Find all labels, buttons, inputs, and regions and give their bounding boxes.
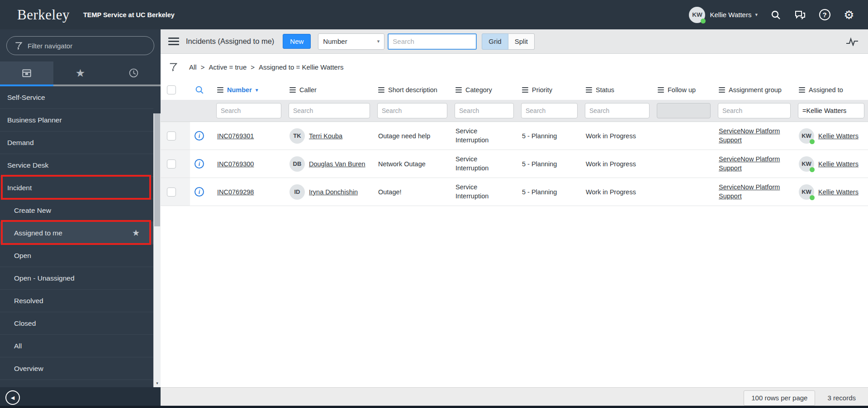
sidebar-item-overview[interactable]: Overview: [0, 357, 153, 380]
column-header-caller[interactable]: Caller: [285, 80, 374, 100]
breadcrumb-active-true[interactable]: Active = true: [209, 63, 247, 71]
assignment-group-link[interactable]: ServiceNow Platform Support: [719, 127, 787, 145]
incident-number-link[interactable]: INC0769298: [217, 188, 254, 196]
sidebar-item-open[interactable]: Open: [0, 244, 153, 267]
sidebar-item-assigned-to-me[interactable]: Assigned to me ★: [0, 222, 153, 244]
column-menu-icon[interactable]: [799, 87, 805, 93]
caller-link[interactable]: Douglas Van Buren: [309, 160, 365, 168]
record-count: 3 records: [827, 394, 856, 402]
incident-list-table: Number ▼ Caller Short description Catego…: [161, 80, 868, 206]
row-checkbox[interactable]: [167, 131, 176, 141]
filter-input-short-description[interactable]: [377, 103, 447, 118]
column-header-assignment-group[interactable]: Assignment group: [714, 80, 794, 100]
connect-chat-icon[interactable]: [794, 9, 806, 21]
application-navigator: ★ Self-Service Business Planner Demand S…: [0, 29, 161, 408]
assigned-to-link[interactable]: Kellie Watters: [818, 160, 859, 168]
filter-input-priority[interactable]: [521, 103, 578, 118]
column-menu-icon[interactable]: [719, 87, 725, 93]
record-preview-icon[interactable]: i: [194, 159, 204, 169]
caller-avatar: DB: [289, 156, 305, 172]
breadcrumb-all[interactable]: All: [189, 63, 197, 71]
gear-icon[interactable]: ⚙: [843, 9, 855, 21]
select-all-checkbox[interactable]: [167, 85, 176, 94]
column-menu-icon[interactable]: [522, 87, 528, 93]
sidebar-item-closed[interactable]: Closed: [0, 312, 153, 335]
list-footer: 100 rows per page 3 records: [161, 387, 868, 408]
assigned-to-link[interactable]: Kellie Watters: [818, 188, 859, 196]
favorite-star-icon[interactable]: ★: [132, 228, 140, 238]
column-menu-icon[interactable]: [289, 87, 296, 93]
caller-link[interactable]: Iryna Donchishin: [309, 188, 358, 196]
column-menu-icon[interactable]: [658, 87, 664, 93]
sidebar-item-self-service[interactable]: Self-Service: [0, 86, 153, 109]
column-filter-row: [161, 100, 868, 122]
sidebar-item-demand[interactable]: Demand: [0, 131, 153, 154]
sidebar-item-incident[interactable]: Incident: [0, 177, 153, 199]
column-header-status[interactable]: Status: [581, 80, 653, 100]
collapse-sidebar-icon[interactable]: ◀: [5, 390, 20, 405]
column-header-category[interactable]: Category: [451, 80, 517, 100]
assigned-to-link[interactable]: Kellie Watters: [818, 132, 859, 140]
row-checkbox[interactable]: [167, 159, 176, 169]
sidebar-item-create-new[interactable]: Create New: [0, 199, 153, 222]
filter-input-caller[interactable]: [289, 103, 370, 118]
funnel-icon: [14, 41, 23, 50]
priority-text: 5 - Planning: [522, 188, 557, 196]
activity-pulse-icon[interactable]: [845, 37, 859, 46]
sidebar-item-open-unassigned[interactable]: Open - Unassigned: [0, 267, 153, 290]
filter-navigator-field[interactable]: [6, 36, 154, 55]
list-context-menu-icon[interactable]: [168, 38, 179, 45]
column-header-short-description[interactable]: Short description: [374, 80, 451, 100]
list-search-input[interactable]: [388, 33, 477, 50]
split-view-button[interactable]: Split: [508, 33, 535, 50]
breadcrumb-assigned-to[interactable]: Assigned to = Kellie Watters: [259, 63, 343, 71]
column-menu-icon[interactable]: [455, 87, 462, 93]
new-button[interactable]: New: [283, 34, 311, 49]
sidebar-item-all[interactable]: All: [0, 335, 153, 357]
scroll-down-arrow[interactable]: ▾: [154, 379, 161, 387]
tab-history[interactable]: [107, 61, 161, 86]
sidebar-scrollbar[interactable]: ▾: [153, 113, 161, 387]
filter-input-assigned-to[interactable]: [798, 103, 864, 118]
filter-input-status[interactable]: [585, 103, 650, 118]
row-checkbox[interactable]: [167, 188, 176, 197]
column-menu-icon[interactable]: [378, 87, 384, 93]
tab-all-applications[interactable]: [0, 61, 53, 86]
filter-input-follow-up: [657, 103, 711, 118]
grid-view-button[interactable]: Grid: [482, 33, 508, 50]
category-text: Service Interruption: [455, 127, 509, 145]
short-description-text: Outage need help: [378, 132, 430, 140]
filter-input-number[interactable]: [216, 103, 281, 118]
record-preview-icon[interactable]: i: [194, 131, 204, 141]
top-header: Berkeley TEMP Service at UC Berkeley KW …: [0, 0, 868, 29]
column-search-icon[interactable]: [194, 85, 204, 95]
filter-funnel-icon[interactable]: [168, 62, 178, 72]
incident-number-link[interactable]: INC0769301: [217, 132, 254, 140]
clock-icon: [128, 67, 139, 79]
assignment-group-link[interactable]: ServiceNow Platform Support: [719, 155, 787, 173]
column-header-priority[interactable]: Priority: [517, 80, 581, 100]
filter-navigator-input[interactable]: [28, 42, 147, 50]
column-header-follow-up[interactable]: Follow up: [653, 80, 714, 100]
column-header-number[interactable]: Number ▼: [213, 80, 285, 100]
filter-input-assignment-group[interactable]: [718, 103, 791, 118]
sidebar-scrollbar-thumb[interactable]: [154, 113, 160, 226]
user-menu[interactable]: KW Kellie Watters ▾: [689, 7, 758, 23]
column-header-assigned-to[interactable]: Assigned to: [794, 80, 868, 100]
assignment-group-link[interactable]: ServiceNow Platform Support: [719, 183, 787, 201]
sidebar-item-business-planner[interactable]: Business Planner: [0, 109, 153, 131]
filter-input-category[interactable]: [455, 103, 514, 118]
search-field-select[interactable]: Number ▾: [318, 33, 384, 50]
column-menu-icon[interactable]: [586, 87, 592, 93]
column-menu-icon[interactable]: [217, 87, 223, 93]
record-preview-icon[interactable]: i: [194, 187, 204, 197]
rows-per-page-button[interactable]: 100 rows per page: [744, 390, 815, 406]
sidebar-item-service-desk[interactable]: Service Desk: [0, 154, 153, 177]
sidebar-item-resolved[interactable]: Resolved: [0, 290, 153, 312]
tab-favorites[interactable]: ★: [53, 61, 107, 86]
help-icon[interactable]: ?: [818, 9, 831, 21]
caller-link[interactable]: Terri Kouba: [309, 132, 342, 140]
global-search-icon[interactable]: [769, 9, 782, 21]
presence-indicator: [810, 139, 815, 144]
incident-number-link[interactable]: INC0769300: [217, 160, 254, 168]
